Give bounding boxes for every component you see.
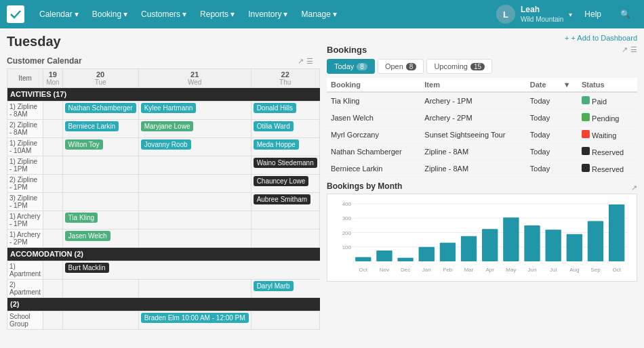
status-dot [582, 147, 590, 155]
calendar-cell[interactable]: Braden Elm 10:00 AM - 12:00 PM [138, 311, 251, 330]
booking-sort [559, 127, 578, 144]
booking-sort [559, 144, 578, 160]
calendar-cell[interactable]: Berniece Larkin [62, 120, 138, 138]
expand-icon[interactable]: ↗ [298, 57, 304, 66]
svg-text:Nov: Nov [380, 267, 389, 273]
booking-status: Pending [578, 110, 637, 127]
row-item: 3) Zipline - 1PM [7, 193, 43, 211]
svg-text:Sep: Sep [590, 267, 601, 273]
calendar-cell[interactable]: Donald Hills [251, 102, 319, 120]
avatar[interactable]: L [496, 5, 515, 24]
add-to-dashboard-button[interactable]: + + Add to Dashboard [565, 34, 637, 42]
nav-calendar[interactable]: Calendar ▾ [33, 0, 85, 28]
table-row: 1) Zipline - 8AMNathan SchambergerKylee … [7, 102, 321, 120]
bookings-header: Bookings ↗ ☰ [327, 45, 637, 55]
svg-text:May: May [506, 267, 516, 273]
col-booking: Booking [327, 78, 420, 92]
expand-icon[interactable]: ↗ [622, 45, 628, 54]
calendar-cell[interactable]: Waino Stiedemann [251, 156, 319, 175]
settings-icon[interactable]: ☰ [306, 57, 313, 66]
booking-status: Paid [578, 92, 637, 110]
nav-right-section: L Leah Wild Mountain ▾ Help 🔍 [496, 5, 637, 24]
calendar-cell-empty [62, 175, 138, 193]
table-row: School GroupBraden Elm 10:00 AM - 12:00 … [7, 311, 321, 330]
svg-text:Feb: Feb [443, 267, 453, 273]
booking-item: Archery - 1PM [420, 92, 525, 110]
search-icon: 🔍 [620, 9, 630, 19]
booking-status: Reserved [578, 160, 637, 177]
nav-inventory[interactable]: Inventory ▾ [241, 0, 294, 28]
tab-upcoming[interactable]: Upcoming 15 [426, 59, 492, 74]
booking-row[interactable]: Berniece LarkinZipline - 8AMToday Reserv… [327, 160, 637, 177]
svg-rect-16 [440, 242, 456, 261]
calendar-cell[interactable]: Burt Macklin [62, 261, 320, 280]
table-row: 1) Zipline - 10AMWilton ToyJovanny RoobM… [7, 138, 321, 156]
chevron-down-icon: ▾ [123, 9, 127, 19]
tab-today[interactable]: Today 8 [327, 59, 375, 74]
table-row: 1) Zipline - 1PMWaino Stiedemann [7, 156, 321, 175]
calendar-cell[interactable]: Chauncey Lowe [251, 175, 319, 193]
col-header-item: Item [7, 69, 43, 88]
calendar-cell-empty [138, 175, 251, 193]
page-title: Tuesday [7, 34, 61, 49]
svg-text:Jan: Jan [422, 267, 431, 273]
table-row: 1) ApartmentBurt Macklin [7, 261, 321, 280]
section-header: ACCOMODATION (2) [7, 248, 321, 261]
status-dot [582, 96, 590, 104]
calendar-cell[interactable]: Wilton Toy [62, 138, 138, 156]
app-logo[interactable] [7, 5, 24, 23]
svg-text:Apr: Apr [485, 267, 494, 273]
calendar-cell[interactable]: Nathan Schamberger [62, 102, 138, 120]
search-button[interactable]: 🔍 [613, 9, 637, 19]
nav-reports[interactable]: Reports ▾ [193, 0, 241, 28]
booking-date: Today [526, 110, 559, 127]
calendar-cell[interactable]: Tia Kling [62, 211, 138, 230]
calendar-cell-empty [138, 230, 251, 248]
chevron-down-icon: ▾ [230, 9, 235, 19]
calendar-cell[interactable]: Jasen Welch [62, 230, 138, 248]
calendar-cell[interactable]: Daryl Marb [251, 280, 320, 298]
row-item: 1) Archery - 1PM [7, 211, 43, 230]
calendar-cell[interactable]: Aubree Smitham [251, 193, 319, 211]
nav-booking[interactable]: Booking ▾ [85, 0, 134, 28]
user-info[interactable]: Leah Wild Mountain [521, 5, 563, 24]
section-header: ACTIVITIES (17) [7, 88, 321, 102]
booking-row[interactable]: Tia KlingArchery - 1PMToday Paid [327, 92, 637, 110]
chevron-down-icon: ▾ [75, 9, 79, 19]
bookings-tabs: Today 8 Open 8 Upcoming 15 [327, 59, 637, 74]
calendar-cell[interactable]: Kylee Hartmann [138, 102, 251, 120]
booking-name: Myrl Gorczany [327, 127, 420, 144]
svg-text:Oct: Oct [359, 267, 368, 273]
booking-status: Waiting [578, 127, 637, 144]
calendar-cell[interactable]: Jovanny Roob [138, 138, 251, 156]
chart-svg: 400300200100OctNovDecJanFebMarAprMayJunJ… [333, 200, 631, 276]
calendar-cell[interactable]: Maryjane Lowe [138, 120, 251, 138]
svg-rect-22 [503, 217, 519, 261]
chevron-down-icon: ▾ [333, 9, 337, 19]
svg-rect-12 [397, 258, 413, 261]
booking-sort [559, 110, 578, 127]
svg-text:Jun: Jun [528, 267, 537, 273]
svg-rect-20 [482, 229, 498, 261]
chart-area: 400300200100OctNovDecJanFebMarAprMayJunJ… [327, 194, 637, 282]
section-header: (2) [7, 298, 321, 311]
calendar-cell[interactable]: Meda Hoppe [251, 138, 319, 156]
row-item: 1) Apartment [7, 261, 43, 280]
tab-open[interactable]: Open 8 [378, 59, 424, 74]
expand-icon[interactable]: ↗ [631, 183, 637, 192]
calendar-cell[interactable]: Otilia Ward [251, 120, 319, 138]
settings-icon[interactable]: ☰ [630, 45, 637, 54]
calendar-cell-empty [62, 193, 138, 211]
nav-manage[interactable]: Manage ▾ [294, 0, 343, 28]
nav-customers[interactable]: Customers ▾ [134, 0, 193, 28]
table-row: 2) ApartmentDaryl Marb [7, 280, 321, 298]
booking-row[interactable]: Jasen WelchArchery - 2PMToday Pending [327, 110, 637, 127]
row-item: 2) Zipline - 1PM [7, 175, 43, 193]
svg-rect-10 [376, 251, 392, 261]
booking-row[interactable]: Myrl GorczanySunset Sightseeing TourToda… [327, 127, 637, 144]
svg-rect-14 [419, 247, 435, 261]
nav-help[interactable]: Help [578, 9, 608, 19]
plus-icon: + [565, 34, 569, 42]
booking-row[interactable]: Nathan SchambergerZipline - 8AMToday Res… [327, 144, 637, 160]
svg-text:400: 400 [342, 201, 352, 207]
